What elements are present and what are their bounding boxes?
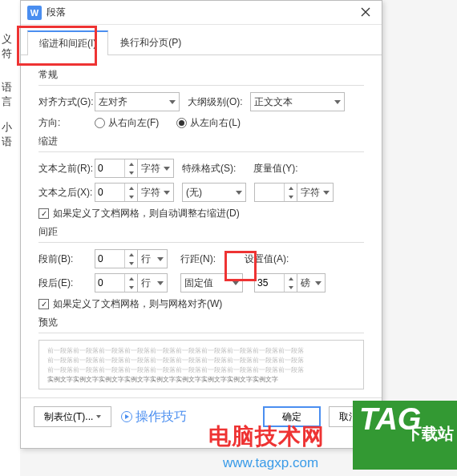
section-indent: 缩进 [38,135,364,148]
tab-indent-spacing[interactable]: 缩进和间距(I) [27,30,108,55]
spinner-up-icon[interactable] [125,274,137,283]
bg-text: 语言 [2,80,20,109]
label-indent-before: 文本之前(R): [38,162,95,175]
space-before-input[interactable] [95,250,124,268]
spinner-up-icon[interactable] [285,274,297,283]
spinner-up-icon[interactable] [125,250,137,259]
indent-before-unit[interactable]: 字符 [137,159,174,178]
paragraph-dialog: W 段落 缩进和间距(I) 换行和分页(P) 常规 对齐方式(G): 左对齐 大… [20,0,382,449]
chevron-down-icon [236,191,242,195]
space-after-spinner[interactable] [95,273,138,292]
titlebar: W 段落 [21,1,382,25]
tag-watermark: TAG 下载站 [353,401,457,470]
dialog-title: 段落 [47,6,356,19]
spinner-up-icon[interactable] [285,184,297,192]
app-logo-icon: W [27,6,42,20]
spinner-up-icon[interactable] [125,184,137,192]
space-after-input[interactable] [95,274,124,292]
label-special: 特殊格式(S): [182,162,236,175]
chevron-down-icon [233,281,239,285]
label-outline-level: 大纲级别(O): [188,95,250,109]
indent-after-unit[interactable]: 字符 [137,183,174,202]
chevron-down-icon [323,191,330,195]
space-before-unit[interactable]: 行 [137,249,168,268]
tab-line-page-breaks[interactable]: 换行和分页(P) [108,30,193,55]
chevron-down-icon [169,100,176,104]
label-by: 度量值(Y): [253,162,297,175]
at-spinner[interactable] [254,273,297,292]
chevron-down-icon [157,257,164,261]
tabs-button[interactable]: 制表位(T)... [34,406,111,427]
chevron-down-icon [96,415,101,418]
label-at: 设置值(A): [245,252,289,266]
line-spacing-select[interactable]: 固定值 [180,273,243,292]
indent-before-input[interactable] [95,159,124,177]
spinner-down-icon[interactable] [285,283,297,292]
spinner-down-icon[interactable] [125,259,137,268]
indent-before-spinner[interactable] [95,159,138,178]
bg-text: 义符 [2,32,20,61]
watermark-text: 电脑技术网 [208,422,325,452]
section-general: 常规 [38,68,364,82]
close-icon[interactable] [356,6,375,20]
section-spacing: 间距 [38,225,364,239]
space-before-spinner[interactable] [95,249,138,268]
bg-text: 小语 [2,120,20,149]
chevron-down-icon [334,100,341,104]
spinner-up-icon[interactable] [125,159,137,168]
section-preview: 预览 [38,316,364,329]
label-indent-after: 文本之后(X): [38,186,95,200]
chevron-down-icon [157,281,164,285]
chk-snap-to-grid[interactable]: ✓如果定义了文档网格，则与网格对齐(W) [38,297,222,311]
chevron-down-icon [164,167,170,171]
preview-box: 前一段落前一段落前一段落前一段落前一段落前一段落前一段落前一段落前一段落前一段落… [38,340,364,389]
chevron-down-icon [315,281,322,285]
special-format-select[interactable]: (无) [182,183,246,202]
watermark-url: www.tagxp.com [223,455,318,471]
play-circle-icon [121,411,132,422]
spinner-down-icon[interactable] [285,192,297,201]
radio-ltr[interactable]: 从左向右(L) [176,116,241,130]
indent-after-input[interactable] [95,184,124,201]
indent-after-spinner[interactable] [95,183,138,202]
label-direction: 方向: [38,116,72,130]
by-input[interactable] [255,184,284,201]
at-unit[interactable]: 磅 [297,273,326,292]
label-alignment: 对齐方式(G): [38,95,95,109]
spinner-down-icon[interactable] [125,283,137,292]
chevron-down-icon [164,191,170,195]
label-space-after: 段后(E): [38,276,82,290]
chk-auto-adjust-indent[interactable]: ✓如果定义了文档网格，则自动调整右缩进(D) [38,207,240,220]
space-after-unit[interactable]: 行 [137,273,168,292]
spinner-down-icon[interactable] [125,192,137,201]
label-line-spacing: 行距(N): [180,252,216,266]
at-input[interactable] [255,274,284,292]
label-space-before: 段前(B): [38,252,82,266]
by-unit[interactable]: 字符 [297,183,334,202]
spinner-down-icon[interactable] [125,168,137,177]
radio-rtl[interactable]: 从右向左(F) [95,116,159,130]
by-spinner[interactable] [254,183,297,202]
tips-link[interactable]: 操作技巧 [121,409,187,426]
outline-level-select[interactable]: 正文文本 [250,92,345,111]
alignment-select[interactable]: 左对齐 [95,92,180,111]
